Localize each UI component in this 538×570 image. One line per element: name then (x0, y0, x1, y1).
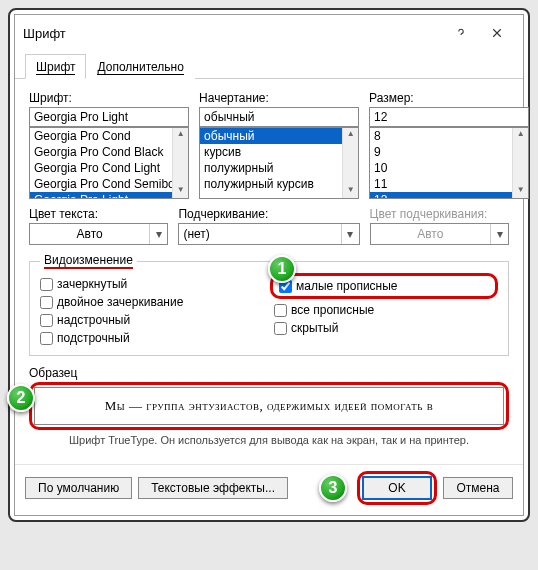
list-item[interactable]: 8 (370, 128, 528, 144)
list-item[interactable]: Georgia Pro Cond Semibold (30, 176, 188, 192)
label-size: Размер: (369, 91, 529, 105)
hint-text: Шрифт TrueType. Он используется для выво… (29, 434, 509, 446)
button-bar: По умолчанию Текстовые эффекты... 3 OK О… (15, 464, 523, 515)
label-style: Начертание: (199, 91, 359, 105)
scrollbar[interactable]: ▲▼ (512, 128, 528, 198)
callout-badge-2: 2 (7, 384, 35, 412)
ok-button[interactable]: OK (362, 476, 432, 500)
style-list[interactable]: обычный курсив полужирный полужирный кур… (199, 127, 359, 199)
label-preview: Образец (29, 366, 77, 380)
underline-combo[interactable]: (нет)▾ (178, 223, 359, 245)
label-effects: Видоизменение (40, 253, 137, 269)
callout-badge-1: 1 (268, 255, 296, 283)
chevron-down-icon: ▾ (149, 224, 167, 244)
font-dialog: Шрифт Шрифт Дополнительно Шрифт: Georgia… (14, 14, 524, 516)
close-button[interactable] (479, 21, 515, 45)
list-item[interactable]: полужирный (200, 160, 358, 176)
list-item[interactable]: 12 (370, 192, 528, 199)
close-icon (491, 27, 503, 39)
size-list[interactable]: 8 9 10 11 12 ▲▼ (369, 127, 529, 199)
list-item[interactable]: 11 (370, 176, 528, 192)
cb-sub[interactable]: подстрочный (40, 331, 264, 345)
cb-hidden[interactable]: скрытый (274, 321, 498, 335)
list-item[interactable]: Georgia Pro Light (30, 192, 188, 199)
font-input[interactable] (29, 107, 189, 127)
tab-font[interactable]: Шрифт (25, 54, 86, 79)
style-input[interactable] (199, 107, 359, 127)
cb-allcaps[interactable]: все прописные (274, 303, 498, 317)
list-item[interactable]: Georgia Pro Cond (30, 128, 188, 144)
chevron-down-icon: ▾ (341, 224, 359, 244)
help-button[interactable] (443, 21, 479, 45)
label-color: Цвет текста: (29, 207, 168, 221)
ulcolor-combo: Авто▾ (370, 223, 509, 245)
cb-strike[interactable]: зачеркнутый (40, 277, 264, 291)
effects-group: Видоизменение зачеркнутый двойное зачерк… (29, 253, 509, 356)
list-item[interactable]: 10 (370, 160, 528, 176)
callout-badge-3: 3 (319, 474, 347, 502)
list-item[interactable]: курсив (200, 144, 358, 160)
label-ulcolor: Цвет подчеркивания: (370, 207, 509, 221)
font-list[interactable]: Georgia Pro Cond Georgia Pro Cond Black … (29, 127, 189, 199)
cb-dstrike[interactable]: двойное зачеркивание (40, 295, 264, 309)
window-title: Шрифт (23, 26, 443, 41)
help-icon (455, 27, 467, 39)
preview-box: Мы — группа энтузиастов, одержимых идеей… (34, 387, 504, 425)
label-font: Шрифт: (29, 91, 189, 105)
default-button[interactable]: По умолчанию (25, 477, 132, 499)
scrollbar[interactable]: ▲▼ (172, 128, 188, 198)
cb-super[interactable]: надстрочный (40, 313, 264, 327)
label-underline: Подчеркивание: (178, 207, 359, 221)
text-effects-button[interactable]: Текстовые эффекты... (138, 477, 288, 499)
cancel-button[interactable]: Отмена (443, 477, 513, 499)
list-item[interactable]: Georgia Pro Cond Black (30, 144, 188, 160)
tab-strip: Шрифт Дополнительно (15, 53, 523, 79)
list-item[interactable]: Georgia Pro Cond Light (30, 160, 188, 176)
size-input[interactable] (369, 107, 529, 127)
titlebar: Шрифт (15, 15, 523, 51)
color-combo[interactable]: Авто▾ (29, 223, 168, 245)
list-item[interactable]: полужирный курсив (200, 176, 358, 192)
cb-smallcaps[interactable]: малые прописные (279, 279, 489, 293)
list-item[interactable]: 9 (370, 144, 528, 160)
chevron-down-icon: ▾ (490, 224, 508, 244)
scrollbar[interactable]: ▲▼ (342, 128, 358, 198)
list-item[interactable]: обычный (200, 128, 358, 144)
tab-advanced[interactable]: Дополнительно (86, 54, 194, 79)
